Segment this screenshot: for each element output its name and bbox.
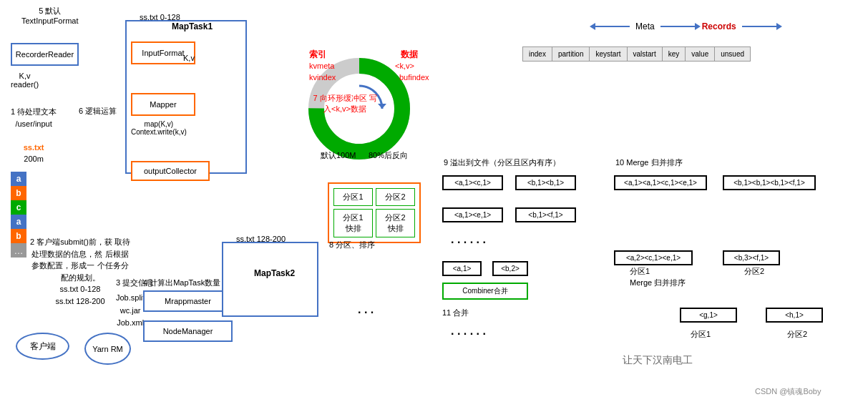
final-p2-label: 分区2 (787, 329, 807, 340)
step5-label: 5 默认 TextInputFormat (21, 6, 78, 25)
maptask2-container (222, 242, 318, 317)
recorderreader-box: RecorderReader (11, 43, 79, 66)
merge-p1-label: 分区1 (630, 266, 650, 277)
meta-records-table: index partition keystart valstart key va… (522, 46, 751, 62)
records-text: Records (702, 21, 736, 31)
job-files-label: Job.split wc.jar Job.xml (116, 292, 145, 330)
ellipsis1: · · · · · · (451, 236, 486, 249)
meta-arrow-left (594, 26, 630, 27)
diagram-container: 5 默认 TextInputFormat ss.txt 0-128 MapTas… (0, 0, 868, 412)
step1-label: 1 待处理文本 /user/input ss.txt 200m (11, 106, 57, 165)
ellipsis3: · · · · · · (451, 328, 486, 340)
data-label: 数据 (401, 49, 418, 61)
combiner-box: Combiner合并 (442, 283, 528, 300)
kv-out-label: K,v (183, 54, 195, 62)
partition1-cell: 分区1 (333, 188, 373, 206)
watermark-text: 让天下汉南电工 (623, 354, 693, 367)
maptask1-label: MapTask1 (172, 21, 213, 31)
index-label: 索引 (309, 49, 326, 61)
color-bar: a b c a b … (11, 172, 26, 258)
data-b1b1-box: <b,1><b,1> (515, 175, 576, 190)
data-b1f1-box: <b,1><f,1> (515, 207, 576, 222)
client-node: 客户端 (16, 333, 69, 360)
csdn-watermark: CSDN @镇魂Boby (755, 386, 821, 397)
records-arrow-right2 (742, 26, 778, 27)
data-a1e1-box: <a,1><e,1> (442, 207, 503, 222)
step11-label: 11 合并 (442, 308, 469, 318)
bufindex-label: bufindex (399, 73, 429, 82)
partition-grid: 分区1 分区2 分区1 快排 分区2 快排 (328, 182, 421, 243)
merge2-result2-box: <b,3><f,1> (723, 250, 780, 265)
default100m-label: 默认100M (321, 150, 356, 161)
outputcollector-box: outputCollector (131, 161, 210, 181)
ellipsis2: · · · (358, 306, 374, 319)
mrappmaster-box: Mrappmaster (143, 290, 233, 312)
merge1-result1-box: <a,1><a,1><c,1><e,1> (614, 175, 707, 190)
records-arrow-right (660, 26, 696, 27)
step2-label: 2 客户端submit()前，获 取待处理数据的信息，然 后根据参数配置，形成一… (30, 236, 130, 307)
kvindex-label: kvindex (309, 73, 336, 82)
data-a1c1-box: <a,1><c,1> (442, 175, 503, 190)
final1-box: <g,1> (680, 308, 737, 323)
maptask2-header: ss.txt 128-200 (236, 235, 286, 243)
data-a1c1-2-box: <a,1> (442, 261, 482, 276)
data-b2-box: <b,2> (492, 261, 528, 276)
maptask1-header: ss.txt 0-128 (140, 13, 180, 21)
merge-p2-label: 分区2 (744, 266, 764, 277)
final-p1-label: 分区1 (691, 329, 711, 340)
step7-label: 7 向环形缓冲区 写入<k,v>数据 (313, 93, 377, 115)
maptask2-label: MapTask2 (254, 268, 295, 278)
step10-label: 10 Merge 归并排序 (615, 157, 683, 168)
yarn-rm-node: Yarn RM (84, 333, 131, 365)
step8-label: 8 分区、排序 (329, 240, 375, 250)
final2-box: <h,1> (766, 308, 823, 323)
kv-data-label: <k,v> (395, 62, 414, 70)
map-code-label: map(K,v) Context.write(k,v) (131, 120, 187, 136)
partition2-cell: 分区2 (376, 188, 415, 206)
step9-label: 9 溢出到文件（分区且区内有序） (444, 157, 560, 168)
partition2-sort-cell: 分区2 快排 (376, 209, 415, 237)
nodemanager-box: NodeManager (143, 320, 233, 342)
step4-label: 4 计算出MapTask数量 (143, 278, 220, 288)
mapper-box: Mapper (131, 93, 195, 116)
meta-records-header: Meta Records (594, 21, 778, 31)
merge2-result1-box: <a,2><c,1><e,1> (614, 250, 693, 265)
meta-text: Meta (635, 21, 655, 31)
step6-label: 6 逻辑运算 (79, 106, 117, 117)
merge-sort-label: Merge 归并排序 (630, 278, 686, 288)
kv-reader-label: K,v reader() (11, 72, 39, 89)
kvmeta-label: kvmeta (309, 62, 334, 70)
partition1-sort-cell: 分区1 快排 (333, 209, 373, 237)
default80-label: 80%后反向 (369, 150, 408, 161)
merge1-result2-box: <b,1><b,1><b,1><f,1> (723, 175, 816, 190)
